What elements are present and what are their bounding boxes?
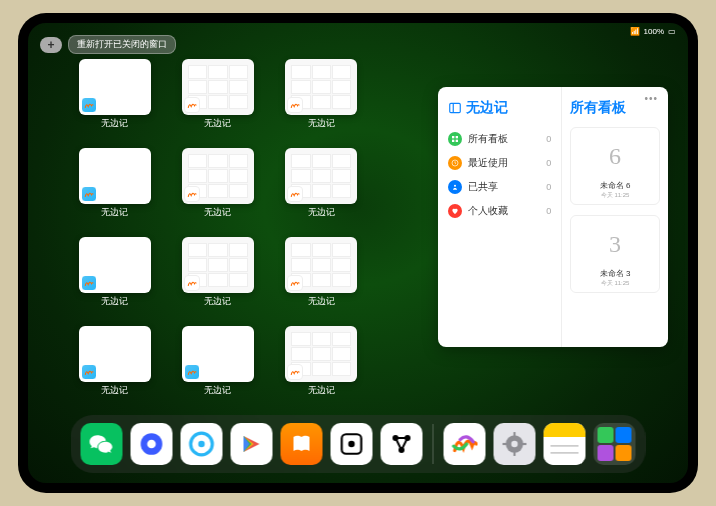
- svg-rect-3: [456, 136, 458, 138]
- freeform-app-icon: [184, 186, 200, 202]
- dock-freeform[interactable]: [444, 423, 486, 465]
- dock-settings[interactable]: [494, 423, 536, 465]
- status-bar: 📶 100% ▭: [630, 27, 676, 36]
- more-icon[interactable]: •••: [644, 93, 658, 104]
- freeform-app-icon: [287, 364, 303, 380]
- sidebar-item[interactable]: 所有看板0: [448, 127, 551, 151]
- dock-dice[interactable]: [331, 423, 373, 465]
- panel-left-title: 无边记: [448, 99, 551, 117]
- window-label: 无边记: [101, 117, 128, 130]
- board-item[interactable]: 6未命名 6今天 11:25: [570, 127, 660, 205]
- svg-point-7: [454, 185, 456, 187]
- sidebar-item[interactable]: 个人收藏0: [448, 199, 551, 223]
- freeform-app-icon: [184, 275, 200, 291]
- svg-rect-23: [544, 423, 586, 437]
- window-label: 无边记: [308, 295, 335, 308]
- window-thumb[interactable]: 无边记: [68, 326, 161, 397]
- heart-icon: [448, 204, 462, 218]
- dock-notes[interactable]: [544, 423, 586, 465]
- battery-text: 100%: [644, 27, 664, 36]
- sidebar-icon: [448, 101, 462, 115]
- share-icon: [448, 180, 462, 194]
- svg-point-18: [511, 441, 518, 448]
- freeform-app-icon: [287, 186, 303, 202]
- grid-icon: [448, 132, 462, 146]
- svg-point-13: [348, 441, 355, 448]
- window-thumb[interactable]: 无边记: [275, 59, 368, 130]
- dock-wechat[interactable]: [81, 423, 123, 465]
- window-thumb[interactable]: 无边记: [68, 237, 161, 308]
- new-window-button[interactable]: +: [40, 37, 62, 53]
- window-label: 无边记: [204, 117, 231, 130]
- window-label: 无边记: [204, 384, 231, 397]
- freeform-app-icon: [184, 364, 200, 380]
- freeform-app-icon: [287, 97, 303, 113]
- svg-rect-22: [522, 443, 526, 445]
- panel-sidebar: 无边记 所有看板0最近使用0已共享0个人收藏0: [438, 87, 562, 347]
- svg-rect-2: [452, 136, 454, 138]
- dock-separator: [433, 424, 434, 464]
- battery-icon: ▭: [668, 27, 676, 36]
- window-label: 无边记: [101, 295, 128, 308]
- ipad-frame: 📶 100% ▭ + 重新打开已关闭的窗口 无边记无边记无边记无边记无边记无边记…: [18, 13, 698, 493]
- board-thumb: 6: [575, 132, 655, 180]
- dock-play[interactable]: [231, 423, 273, 465]
- window-thumb[interactable]: 无边记: [275, 326, 368, 397]
- svg-point-9: [147, 440, 156, 449]
- freeform-app-icon: [81, 186, 97, 202]
- svg-rect-4: [452, 140, 454, 142]
- wifi-icon: 📶: [630, 27, 640, 36]
- top-left-controls: + 重新打开已关闭的窗口: [40, 35, 176, 54]
- svg-rect-0: [450, 103, 461, 112]
- freeform-app-icon: [81, 97, 97, 113]
- window-thumb[interactable]: 无边记: [171, 237, 264, 308]
- dock-quark[interactable]: [131, 423, 173, 465]
- svg-rect-5: [456, 140, 458, 142]
- freeform-app-icon: [81, 364, 97, 380]
- window-thumb[interactable]: 无边记: [275, 148, 368, 219]
- sidebar-item[interactable]: 最近使用0: [448, 151, 551, 175]
- svg-rect-24: [544, 437, 586, 465]
- window-label: 无边记: [101, 206, 128, 219]
- freeform-app-icon: [81, 275, 97, 291]
- window-label: 无边记: [308, 206, 335, 219]
- freeform-panel[interactable]: ••• 无边记 所有看板0最近使用0已共享0个人收藏0 所有看板 6未命名 6今…: [438, 87, 668, 347]
- window-thumb[interactable]: 无边记: [275, 237, 368, 308]
- window-label: 无边记: [308, 384, 335, 397]
- clock-icon: [448, 156, 462, 170]
- reopen-closed-window-button[interactable]: 重新打开已关闭的窗口: [68, 35, 176, 54]
- screen: 📶 100% ▭ + 重新打开已关闭的窗口 无边记无边记无边记无边记无边记无边记…: [28, 23, 688, 483]
- freeform-app-icon: [287, 275, 303, 291]
- window-thumb[interactable]: 无边记: [171, 326, 264, 397]
- app-switcher-grid: 无边记无边记无边记无边记无边记无边记无边记无边记无边记无边记无边记无边记: [68, 59, 368, 397]
- sidebar-item[interactable]: 已共享0: [448, 175, 551, 199]
- window-thumb[interactable]: 无边记: [68, 59, 161, 130]
- svg-rect-20: [513, 452, 515, 456]
- svg-rect-19: [513, 432, 515, 436]
- dock-qqbrowser[interactable]: [181, 423, 223, 465]
- dock-app-library[interactable]: [594, 423, 636, 465]
- dock: [71, 415, 646, 473]
- board-item[interactable]: 3未命名 3今天 11:25: [570, 215, 660, 293]
- window-label: 无边记: [308, 117, 335, 130]
- svg-rect-21: [503, 443, 507, 445]
- panel-content: 所有看板 6未命名 6今天 11:253未命名 3今天 11:25: [562, 87, 668, 347]
- window-label: 无边记: [204, 206, 231, 219]
- svg-point-11: [198, 441, 205, 448]
- window-thumb[interactable]: 无边记: [171, 59, 264, 130]
- board-thumb: 3: [575, 220, 655, 268]
- window-thumb[interactable]: 无边记: [171, 148, 264, 219]
- dock-obsidian[interactable]: [381, 423, 423, 465]
- window-label: 无边记: [204, 295, 231, 308]
- window-label: 无边记: [101, 384, 128, 397]
- window-thumb[interactable]: 无边记: [68, 148, 161, 219]
- freeform-app-icon: [184, 97, 200, 113]
- dock-books[interactable]: [281, 423, 323, 465]
